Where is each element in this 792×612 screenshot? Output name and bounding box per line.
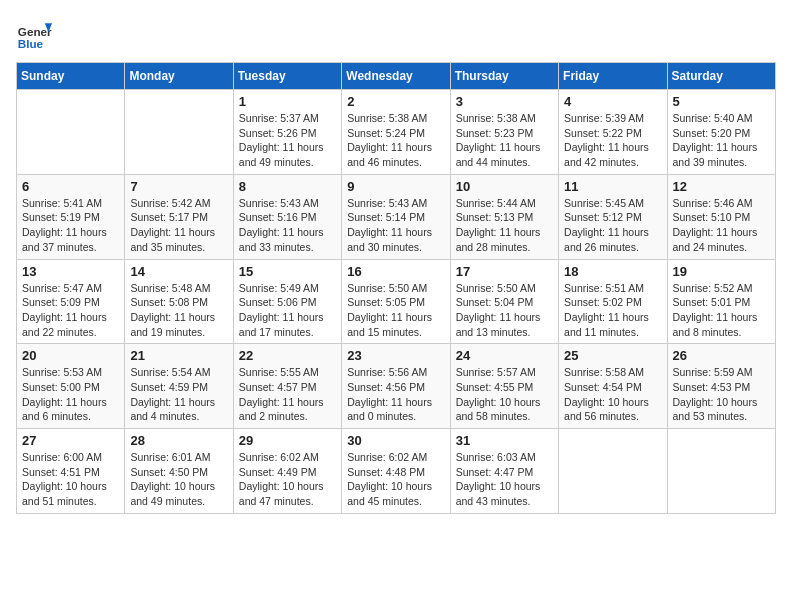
calendar-cell: 31Sunrise: 6:03 AMSunset: 4:47 PMDayligh… — [450, 429, 558, 514]
day-number: 29 — [239, 433, 336, 448]
day-info: Sunrise: 6:00 AMSunset: 4:51 PMDaylight:… — [22, 450, 119, 509]
day-number: 16 — [347, 264, 444, 279]
calendar-cell: 7Sunrise: 5:42 AMSunset: 5:17 PMDaylight… — [125, 174, 233, 259]
calendar-cell: 25Sunrise: 5:58 AMSunset: 4:54 PMDayligh… — [559, 344, 667, 429]
calendar-cell: 5Sunrise: 5:40 AMSunset: 5:20 PMDaylight… — [667, 90, 775, 175]
svg-text:Blue: Blue — [18, 37, 44, 50]
day-info: Sunrise: 5:39 AMSunset: 5:22 PMDaylight:… — [564, 111, 661, 170]
day-info: Sunrise: 5:44 AMSunset: 5:13 PMDaylight:… — [456, 196, 553, 255]
day-number: 3 — [456, 94, 553, 109]
calendar-cell: 23Sunrise: 5:56 AMSunset: 4:56 PMDayligh… — [342, 344, 450, 429]
calendar-table: SundayMondayTuesdayWednesdayThursdayFrid… — [16, 62, 776, 514]
day-number: 26 — [673, 348, 770, 363]
day-info: Sunrise: 5:40 AMSunset: 5:20 PMDaylight:… — [673, 111, 770, 170]
day-number: 21 — [130, 348, 227, 363]
calendar-cell: 8Sunrise: 5:43 AMSunset: 5:16 PMDaylight… — [233, 174, 341, 259]
logo-icon: General Blue — [16, 16, 52, 52]
day-number: 20 — [22, 348, 119, 363]
day-number: 8 — [239, 179, 336, 194]
day-info: Sunrise: 5:54 AMSunset: 4:59 PMDaylight:… — [130, 365, 227, 424]
day-info: Sunrise: 5:58 AMSunset: 4:54 PMDaylight:… — [564, 365, 661, 424]
day-info: Sunrise: 5:45 AMSunset: 5:12 PMDaylight:… — [564, 196, 661, 255]
day-info: Sunrise: 6:03 AMSunset: 4:47 PMDaylight:… — [456, 450, 553, 509]
day-number: 10 — [456, 179, 553, 194]
calendar-cell: 20Sunrise: 5:53 AMSunset: 5:00 PMDayligh… — [17, 344, 125, 429]
calendar-week-3: 13Sunrise: 5:47 AMSunset: 5:09 PMDayligh… — [17, 259, 776, 344]
day-number: 15 — [239, 264, 336, 279]
column-header-saturday: Saturday — [667, 63, 775, 90]
calendar-cell: 11Sunrise: 5:45 AMSunset: 5:12 PMDayligh… — [559, 174, 667, 259]
calendar-week-4: 20Sunrise: 5:53 AMSunset: 5:00 PMDayligh… — [17, 344, 776, 429]
day-number: 11 — [564, 179, 661, 194]
day-number: 1 — [239, 94, 336, 109]
day-info: Sunrise: 5:49 AMSunset: 5:06 PMDaylight:… — [239, 281, 336, 340]
day-info: Sunrise: 6:02 AMSunset: 4:48 PMDaylight:… — [347, 450, 444, 509]
calendar-cell: 4Sunrise: 5:39 AMSunset: 5:22 PMDaylight… — [559, 90, 667, 175]
calendar-cell — [559, 429, 667, 514]
calendar-cell: 30Sunrise: 6:02 AMSunset: 4:48 PMDayligh… — [342, 429, 450, 514]
day-number: 19 — [673, 264, 770, 279]
page-header: General Blue — [16, 16, 776, 52]
calendar-cell: 27Sunrise: 6:00 AMSunset: 4:51 PMDayligh… — [17, 429, 125, 514]
day-number: 9 — [347, 179, 444, 194]
calendar-cell: 12Sunrise: 5:46 AMSunset: 5:10 PMDayligh… — [667, 174, 775, 259]
calendar-cell: 2Sunrise: 5:38 AMSunset: 5:24 PMDaylight… — [342, 90, 450, 175]
calendar-week-5: 27Sunrise: 6:00 AMSunset: 4:51 PMDayligh… — [17, 429, 776, 514]
calendar-cell: 15Sunrise: 5:49 AMSunset: 5:06 PMDayligh… — [233, 259, 341, 344]
column-header-sunday: Sunday — [17, 63, 125, 90]
calendar-week-1: 1Sunrise: 5:37 AMSunset: 5:26 PMDaylight… — [17, 90, 776, 175]
calendar-cell — [125, 90, 233, 175]
calendar-cell: 26Sunrise: 5:59 AMSunset: 4:53 PMDayligh… — [667, 344, 775, 429]
day-number: 18 — [564, 264, 661, 279]
calendar-cell: 17Sunrise: 5:50 AMSunset: 5:04 PMDayligh… — [450, 259, 558, 344]
calendar-cell: 9Sunrise: 5:43 AMSunset: 5:14 PMDaylight… — [342, 174, 450, 259]
day-info: Sunrise: 5:41 AMSunset: 5:19 PMDaylight:… — [22, 196, 119, 255]
day-number: 2 — [347, 94, 444, 109]
day-number: 25 — [564, 348, 661, 363]
day-info: Sunrise: 5:51 AMSunset: 5:02 PMDaylight:… — [564, 281, 661, 340]
column-header-monday: Monday — [125, 63, 233, 90]
day-number: 23 — [347, 348, 444, 363]
calendar-cell: 21Sunrise: 5:54 AMSunset: 4:59 PMDayligh… — [125, 344, 233, 429]
day-number: 13 — [22, 264, 119, 279]
day-info: Sunrise: 5:38 AMSunset: 5:23 PMDaylight:… — [456, 111, 553, 170]
calendar-header-row: SundayMondayTuesdayWednesdayThursdayFrid… — [17, 63, 776, 90]
day-info: Sunrise: 6:01 AMSunset: 4:50 PMDaylight:… — [130, 450, 227, 509]
calendar-body: 1Sunrise: 5:37 AMSunset: 5:26 PMDaylight… — [17, 90, 776, 514]
column-header-wednesday: Wednesday — [342, 63, 450, 90]
calendar-cell: 10Sunrise: 5:44 AMSunset: 5:13 PMDayligh… — [450, 174, 558, 259]
calendar-cell: 16Sunrise: 5:50 AMSunset: 5:05 PMDayligh… — [342, 259, 450, 344]
day-number: 7 — [130, 179, 227, 194]
day-info: Sunrise: 5:38 AMSunset: 5:24 PMDaylight:… — [347, 111, 444, 170]
day-number: 24 — [456, 348, 553, 363]
calendar-cell: 3Sunrise: 5:38 AMSunset: 5:23 PMDaylight… — [450, 90, 558, 175]
day-info: Sunrise: 5:47 AMSunset: 5:09 PMDaylight:… — [22, 281, 119, 340]
day-info: Sunrise: 6:02 AMSunset: 4:49 PMDaylight:… — [239, 450, 336, 509]
logo: General Blue — [16, 16, 52, 52]
day-info: Sunrise: 5:52 AMSunset: 5:01 PMDaylight:… — [673, 281, 770, 340]
calendar-cell: 18Sunrise: 5:51 AMSunset: 5:02 PMDayligh… — [559, 259, 667, 344]
day-info: Sunrise: 5:59 AMSunset: 4:53 PMDaylight:… — [673, 365, 770, 424]
calendar-cell: 1Sunrise: 5:37 AMSunset: 5:26 PMDaylight… — [233, 90, 341, 175]
day-info: Sunrise: 5:50 AMSunset: 5:05 PMDaylight:… — [347, 281, 444, 340]
calendar-cell: 22Sunrise: 5:55 AMSunset: 4:57 PMDayligh… — [233, 344, 341, 429]
column-header-friday: Friday — [559, 63, 667, 90]
day-number: 31 — [456, 433, 553, 448]
day-info: Sunrise: 5:50 AMSunset: 5:04 PMDaylight:… — [456, 281, 553, 340]
calendar-cell — [17, 90, 125, 175]
day-info: Sunrise: 5:56 AMSunset: 4:56 PMDaylight:… — [347, 365, 444, 424]
day-number: 6 — [22, 179, 119, 194]
day-info: Sunrise: 5:57 AMSunset: 4:55 PMDaylight:… — [456, 365, 553, 424]
day-info: Sunrise: 5:43 AMSunset: 5:14 PMDaylight:… — [347, 196, 444, 255]
day-number: 30 — [347, 433, 444, 448]
calendar-cell — [667, 429, 775, 514]
day-info: Sunrise: 5:48 AMSunset: 5:08 PMDaylight:… — [130, 281, 227, 340]
calendar-cell: 6Sunrise: 5:41 AMSunset: 5:19 PMDaylight… — [17, 174, 125, 259]
calendar-cell: 28Sunrise: 6:01 AMSunset: 4:50 PMDayligh… — [125, 429, 233, 514]
day-number: 4 — [564, 94, 661, 109]
day-number: 14 — [130, 264, 227, 279]
calendar-week-2: 6Sunrise: 5:41 AMSunset: 5:19 PMDaylight… — [17, 174, 776, 259]
calendar-cell: 19Sunrise: 5:52 AMSunset: 5:01 PMDayligh… — [667, 259, 775, 344]
day-number: 17 — [456, 264, 553, 279]
calendar-cell: 29Sunrise: 6:02 AMSunset: 4:49 PMDayligh… — [233, 429, 341, 514]
